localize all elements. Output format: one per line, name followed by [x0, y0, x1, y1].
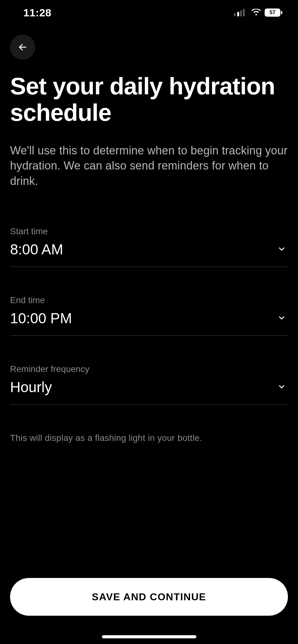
back-button[interactable] [10, 35, 35, 60]
end-time-value: 10:00 PM [10, 310, 288, 327]
battery-icon: 57 [265, 8, 282, 17]
chevron-down-icon [277, 314, 286, 324]
status-indicators: 57 [234, 8, 282, 17]
status-time: 11:28 [23, 7, 51, 19]
save-and-continue-button[interactable]: SAVE AND CONTINUE [10, 578, 288, 616]
reminder-frequency-label: Reminder frequency [10, 364, 288, 374]
chevron-down-icon [277, 245, 286, 255]
status-bar: 11:28 57 [0, 0, 298, 25]
chevron-down-icon [277, 382, 286, 392]
home-indicator[interactable] [102, 635, 196, 638]
page-title: Set your daily hydration schedule [10, 73, 288, 125]
start-time-picker[interactable]: Start time 8:00 AM [10, 226, 288, 267]
primary-button-label: SAVE AND CONTINUE [92, 591, 206, 603]
start-time-value: 8:00 AM [10, 241, 288, 258]
battery-level: 57 [270, 9, 276, 16]
reminder-helper-text: This will display as a flashing light in… [10, 433, 288, 443]
reminder-frequency-value: Hourly [10, 379, 288, 396]
start-time-label: Start time [10, 226, 288, 236]
wifi-icon [251, 9, 261, 16]
cellular-icon [234, 9, 248, 16]
reminder-frequency-picker[interactable]: Reminder frequency Hourly [10, 364, 288, 405]
page-subtitle: We'll use this to determine when to begi… [10, 143, 288, 189]
end-time-picker[interactable]: End time 10:00 PM [10, 295, 288, 336]
arrow-left-icon [18, 42, 27, 52]
end-time-label: End time [10, 295, 288, 305]
